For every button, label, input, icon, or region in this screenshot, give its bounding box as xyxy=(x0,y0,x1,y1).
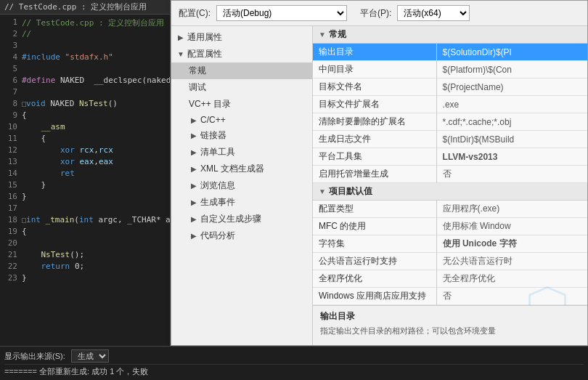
table-row[interactable]: 启用托管增量生成 否 xyxy=(313,166,587,183)
table-row[interactable]: 公共语言运行时支持 无公共语言运行时 xyxy=(313,253,587,270)
prop-value: $(ProjectName) xyxy=(436,78,587,96)
code-line: 9 { xyxy=(0,110,170,122)
platform-label: 平台(P): xyxy=(360,7,391,20)
tree-item-label: 配置属性 xyxy=(187,48,222,60)
expand-icon: ▼ xyxy=(176,49,186,60)
config-label: 配置(C): xyxy=(179,7,211,20)
desc-area: 输出目录 指定输出文件目录的相对路径；可以包含环境变量 xyxy=(313,305,587,345)
code-line: 18 □int _tmain(int argc, _TCHAR* arg xyxy=(0,215,170,227)
dialog-container: 配置(C): 活动(Debug) 平台(P): 活动(x64) ▶ 通用属性 xyxy=(171,0,588,346)
prop-value: *.cdf;*.cache;*.obj xyxy=(436,113,587,131)
tree-item-label: XML 文档生成器 xyxy=(200,163,264,175)
code-line: 7 xyxy=(0,87,170,99)
prop-name: 中间目录 xyxy=(313,61,436,78)
tree-item-label: VC++ 目录 xyxy=(189,98,231,110)
code-line: 16 } xyxy=(0,192,170,203)
prop-value: 否 xyxy=(436,166,587,183)
prop-value: 使用标准 Window xyxy=(436,218,587,235)
code-line: 22 return 0; xyxy=(0,262,170,273)
tree-item-xml-gen[interactable]: ▶ XML 文档生成器 xyxy=(171,161,312,177)
expand-icon: ▶ xyxy=(189,181,199,191)
expand-icon: ▶ xyxy=(176,33,186,43)
prop-name: 目标文件扩展名 xyxy=(313,96,436,113)
code-line: 19 { xyxy=(0,227,170,238)
tree-item-browse[interactable]: ▶ 浏览信息 xyxy=(171,177,312,194)
expand-icon: ▶ xyxy=(189,131,199,141)
tree-item-debug[interactable]: 调试 xyxy=(171,79,312,96)
expand-icon: ▶ xyxy=(189,198,199,208)
section-toggle: ▼ xyxy=(319,187,326,195)
tree-item-linker[interactable]: ▶ 链接器 xyxy=(171,127,312,144)
code-line: 17 xyxy=(0,203,170,215)
config-select[interactable]: 活动(Debug) xyxy=(216,5,347,21)
table-row[interactable]: 平台工具集 LLVM-vs2013 xyxy=(313,148,587,166)
tree-item-build-events[interactable]: ▶ 生成事件 xyxy=(171,194,312,211)
table-row[interactable]: 配置类型 应用程序(.exe) xyxy=(313,201,587,218)
top-area: // TestCode.cpp : 定义控制台应用 1 // TestCode.… xyxy=(0,0,588,346)
dialog-header: 配置(C): 活动(Debug) 平台(P): 活动(x64) xyxy=(171,1,587,26)
table-row[interactable]: 输出目录 $(SolutionDir)$(Pl xyxy=(313,44,587,61)
tree-item-custom-build[interactable]: ▶ 自定义生成步骤 xyxy=(171,211,312,227)
code-line: 4 #include "stdafx.h" xyxy=(0,52,170,64)
table-row[interactable]: 清除时要删除的扩展名 *.cdf;*.cache;*.obj xyxy=(313,113,587,131)
tree-item-label: 代码分析 xyxy=(200,230,235,242)
expand-icon: ▶ xyxy=(189,147,199,158)
section-toggle: ▼ xyxy=(319,31,326,39)
code-line: 14 ret xyxy=(0,169,170,180)
code-line: 10 __asm xyxy=(0,122,170,134)
table-row[interactable]: 目标文件名 $(ProjectName) xyxy=(313,78,587,96)
prop-name: 目标文件名 xyxy=(313,78,436,96)
prop-name: 平台工具集 xyxy=(313,148,436,166)
code-line: 21 NsTest(); xyxy=(0,250,170,262)
expand-icon: ▶ xyxy=(189,164,199,174)
table-row[interactable]: 生成日志文件 $(IntDir)$(MSBuild xyxy=(313,131,587,148)
output-source-label: 显示输出来源(S): xyxy=(4,351,65,362)
prop-value: 无公共语言运行时 xyxy=(436,253,587,270)
bottom-bar: 显示输出来源(S): 生成 ======= 全部重新生成: 成功 1 个，失败 xyxy=(0,346,588,380)
table-row[interactable]: MFC 的使用 使用标准 Window xyxy=(313,218,587,235)
tree-item-cpp[interactable]: ▶ C/C++ xyxy=(171,113,312,127)
code-line: 11 { xyxy=(0,134,170,145)
desc-text: 指定输出文件目录的相对路径；可以包含环境变量 xyxy=(320,325,580,337)
prop-value: 使用 Unicode 字符 xyxy=(436,235,587,253)
code-titlebar: // TestCode.cpp : 定义控制台应用 xyxy=(0,0,170,15)
tree-item-config-props[interactable]: ▼ 配置属性 xyxy=(171,46,312,62)
prop-name: 生成日志文件 xyxy=(313,131,436,148)
main-container: // TestCode.cpp : 定义控制台应用 1 // TestCode.… xyxy=(0,0,588,380)
section-title: 项目默认值 xyxy=(329,185,372,198)
tree-item-general[interactable]: ▶ 通用属性 xyxy=(171,29,312,46)
tree-item-label: 通用属性 xyxy=(187,31,222,44)
code-line: 1 // TestCode.cpp : 定义控制台应用 xyxy=(0,17,170,29)
code-line: 20 xyxy=(0,238,170,250)
tree-item-general2[interactable]: 常规 xyxy=(171,62,312,79)
prop-name: MFC 的使用 xyxy=(313,218,436,235)
prop-value: LLVM-vs2013 xyxy=(436,148,587,166)
code-title: // TestCode.cpp : 定义控制台应用 xyxy=(4,2,147,12)
code-line: 15 } xyxy=(0,180,170,192)
tree-item-label: C/C++ xyxy=(200,115,226,125)
output-header: 显示输出来源(S): 生成 xyxy=(4,348,584,365)
prop-name: 清除时要删除的扩展名 xyxy=(313,113,436,131)
platform-select[interactable]: 活动(x64) xyxy=(397,5,470,21)
expand-icon: ▶ xyxy=(189,115,199,125)
code-line: 5 xyxy=(0,64,170,76)
tree-item-label: 链接器 xyxy=(200,129,226,142)
tree-item-label: 生成事件 xyxy=(200,196,235,209)
tree-item-manifest[interactable]: ▶ 清单工具 xyxy=(171,144,312,161)
tree-item-code-analysis[interactable]: ▶ 代码分析 xyxy=(171,227,312,244)
code-line: 8 □void NAKED NsTest() xyxy=(0,99,170,110)
output-source-select[interactable]: 生成 xyxy=(71,349,109,363)
table-row[interactable]: 目标文件扩展名 .exe xyxy=(313,96,587,113)
prop-name: 输出目录 xyxy=(313,44,436,61)
code-panel: // TestCode.cpp : 定义控制台应用 1 // TestCode.… xyxy=(0,0,171,346)
code-line: 12 xor rcx,rcx xyxy=(0,145,170,157)
code-line: 6 #define NAKED __declspec(naked) xyxy=(0,76,170,87)
tree-panel: ▶ 通用属性 ▼ 配置属性 常规 调试 xyxy=(171,26,313,345)
prop-name: 全程序优化 xyxy=(313,270,436,288)
prop-name: 公共语言运行时支持 xyxy=(313,253,436,270)
props-panel: ▼ 常规 输出目录 $(SolutionDir)$(Pl 中间目录 $(Plat… xyxy=(313,26,587,345)
table-row[interactable]: 中间目录 $(Platform)\$(Con xyxy=(313,61,587,78)
table-row[interactable]: 字符集 使用 Unicode 字符 xyxy=(313,235,587,253)
section-header-general: ▼ 常规 xyxy=(313,26,587,44)
tree-item-vcpp-dirs[interactable]: VC++ 目录 xyxy=(171,96,312,113)
